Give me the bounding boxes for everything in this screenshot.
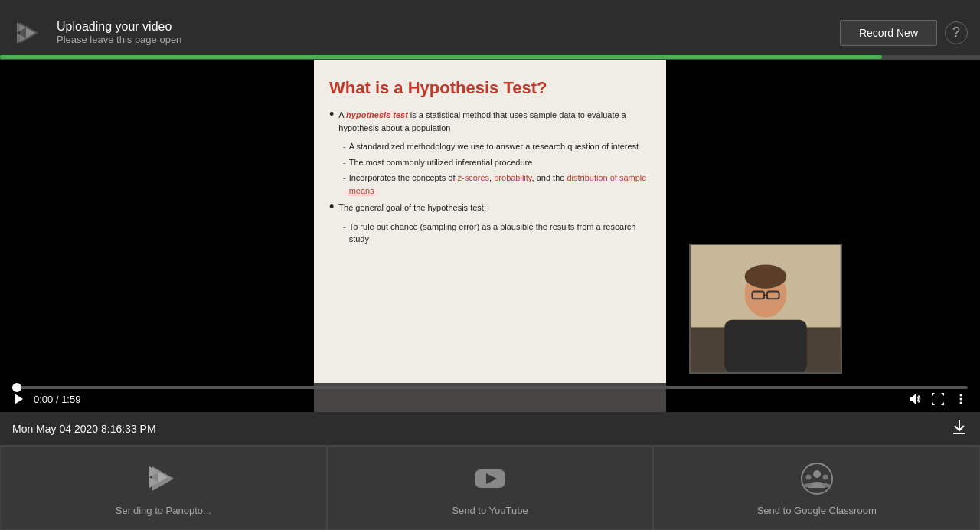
controls-row: 0:00 / 1:59	[12, 392, 968, 406]
svg-marker-14	[910, 394, 916, 404]
svg-point-29	[822, 474, 828, 479]
svg-point-26	[802, 463, 832, 494]
svg-rect-12	[724, 320, 806, 372]
bullet-2-text: The general goal of the hypothesis test:	[338, 201, 486, 214]
header-left: Uploading your video Please leave this p…	[12, 16, 181, 50]
bullet-1-text: A hypothesis test is a statistical metho…	[338, 109, 651, 134]
upload-progress-fill	[0, 55, 882, 59]
more-options-button[interactable]	[954, 392, 968, 406]
sub-bullet-3: ‐ Incorporates the concepts of z-scores,…	[343, 172, 651, 197]
slide-title: What is a Hypothesis Test?	[329, 78, 651, 98]
sub-bullet-1: ‐ A standardized methodology we use to a…	[343, 140, 651, 153]
video-controls: 0:00 / 1:59	[0, 383, 980, 412]
upload-title: Uploading your video	[57, 20, 181, 34]
webcam-overlay	[689, 244, 842, 374]
svg-point-15	[960, 394, 962, 397]
action-card-youtube[interactable]: Send to YouTube	[327, 446, 654, 530]
panopto-icon	[145, 460, 181, 497]
svg-marker-13	[15, 394, 23, 404]
upload-progress-container	[0, 55, 980, 59]
youtube-icon	[472, 460, 508, 497]
sub-bullet-1-text: A standardized methodology we use to ans…	[349, 140, 639, 153]
header-text: Uploading your video Please leave this p…	[57, 20, 181, 45]
svg-point-17	[960, 402, 962, 404]
play-button[interactable]	[12, 393, 24, 405]
sub-dash-3: ‐	[343, 172, 346, 185]
help-button[interactable]: ?	[945, 21, 968, 44]
header-right: Record New ?	[840, 20, 968, 46]
sub-bullet-3-text: Incorporates the concepts of z-scores, p…	[349, 172, 651, 197]
sub-bullet-2-text: The most commonly utilized inferential p…	[349, 156, 533, 169]
google-classroom-icon	[799, 460, 835, 497]
slide-panel: What is a Hypothesis Test? • A hypothesi…	[314, 60, 666, 412]
bullet-1-italic: hypothesis test	[346, 110, 408, 119]
slide-body: • A hypothesis test is a statistical met…	[329, 109, 651, 249]
actions-row: Sending to Panopto... Send to YouTube	[0, 446, 980, 530]
timestamp-row: Mon May 04 2020 8:16:33 PM	[0, 412, 980, 446]
fullscreen-button[interactable]	[931, 392, 945, 406]
timestamp-text: Mon May 04 2020 8:16:33 PM	[12, 423, 951, 435]
bullet-dot-1: •	[329, 107, 334, 121]
panopto-logo-icon	[12, 16, 46, 50]
action-card-panopto[interactable]: Sending to Panopto...	[0, 446, 327, 530]
link-probability: probability	[494, 173, 531, 182]
bullet-dot-2: •	[329, 200, 334, 214]
video-progress-bar[interactable]	[12, 386, 968, 389]
time-display: 0:00 / 1:59	[34, 394, 80, 405]
bottom-bar: Mon May 04 2020 8:16:33 PM Sending to Pa…	[0, 412, 980, 530]
upload-subtitle: Please leave this page open	[57, 34, 181, 45]
link-zscores: z-scores	[458, 173, 490, 182]
svg-point-16	[960, 398, 962, 401]
sub-dash-1: ‐	[343, 140, 346, 153]
svg-point-28	[805, 474, 811, 479]
video-progress-thumb[interactable]	[12, 383, 21, 392]
sub-dash-4: ‐	[343, 221, 346, 234]
volume-button[interactable]	[908, 392, 922, 406]
action-card-google-classroom[interactable]: Send to Google Classroom	[653, 446, 980, 530]
youtube-label: Send to YouTube	[452, 505, 528, 516]
svg-point-27	[813, 470, 821, 478]
google-classroom-label: Send to Google Classroom	[757, 505, 877, 516]
record-new-button[interactable]: Record New	[840, 20, 937, 46]
sub-bullet-2: ‐ The most commonly utilized inferential…	[343, 156, 651, 169]
sub-bullet-4-text: To rule out chance (sampling error) as a…	[349, 221, 651, 246]
bullet-1: • A hypothesis test is a statistical met…	[329, 109, 651, 134]
header: Uploading your video Please leave this p…	[0, 0, 980, 60]
sub-bullet-4: ‐ To rule out chance (sampling error) as…	[343, 221, 651, 246]
video-section: What is a Hypothesis Test? • A hypothesi…	[0, 60, 980, 412]
webcam-person	[691, 245, 841, 372]
svg-point-10	[745, 264, 787, 288]
download-button[interactable]	[951, 418, 968, 439]
sub-dash-2: ‐	[343, 156, 346, 169]
panopto-label: Sending to Panopto...	[116, 505, 211, 516]
bullet-2: • The general goal of the hypothesis tes…	[329, 201, 651, 214]
